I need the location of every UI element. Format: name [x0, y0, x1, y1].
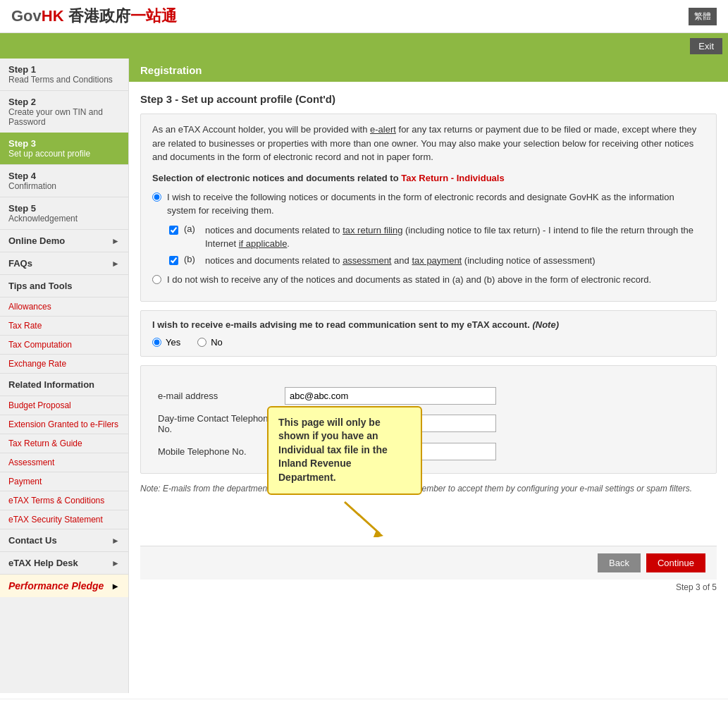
etax-helpdesk-arrow: ► — [111, 558, 120, 568]
step4-num: Step 4 — [8, 171, 120, 181]
sidebar-etax-helpdesk[interactable]: eTAX Help Desk ► — [0, 551, 128, 574]
content-header: Registration — [129, 59, 728, 82]
tooltip-area: This page will only be shown if you have… — [140, 495, 717, 537]
sidebar-link-extension[interactable]: Extension Granted to e-Filers — [0, 415, 128, 434]
sidebar-link-payment[interactable]: Payment — [0, 472, 128, 491]
sidebar-link-assessment[interactable]: Assessment — [0, 453, 128, 472]
checkbox-a[interactable] — [169, 226, 178, 235]
content-title: Registration — [140, 64, 717, 76]
selection-highlight: Tax Return - Individuals — [401, 173, 504, 183]
sidebar-online-demo[interactable]: Online Demo ► — [0, 229, 128, 252]
no-label[interactable]: No — [197, 337, 223, 348]
sidebar-link-taxrate[interactable]: Tax Rate — [0, 316, 128, 335]
header: GovHK 香港政府一站通 繁體 — [0, 0, 728, 33]
online-demo-arrow: ► — [111, 236, 120, 246]
sidebar-performance-pledge[interactable]: Performance Pledge ► — [0, 574, 128, 597]
sub-option-a: (a) notices and documents related to tax… — [169, 223, 705, 251]
email-field-label: e-mail address — [152, 383, 279, 409]
mobile-field-label: Mobile Telephone No. — [152, 439, 279, 465]
faqs-arrow: ► — [111, 259, 120, 269]
option2-text: I do not wish to receive any of the noti… — [167, 273, 651, 287]
step1-num: Step 1 — [8, 64, 120, 75]
bottom-bar: Back Continue — [140, 546, 717, 580]
main-layout: Step 1 Read Terms and Conditions Step 2 … — [0, 59, 728, 693]
lang-button[interactable]: 繁體 — [689, 8, 717, 25]
email-notice-text: I wish to receive e-mails advising me to… — [152, 319, 705, 330]
step1-label: Read Terms and Conditions — [8, 75, 120, 85]
tooltip-arrow-svg — [338, 495, 394, 537]
logo-chinese: 香港政府一站通 — [68, 6, 177, 27]
email-input[interactable] — [285, 387, 496, 405]
option1-radio[interactable] — [152, 192, 161, 202]
sidebar-link-etax-security[interactable]: eTAX Security Statement — [0, 510, 128, 529]
daytime-field-label: Day-time Contact Telephone No. — [152, 409, 279, 439]
step5-label: Acknowledgement — [8, 214, 120, 223]
sidebar-link-etax-terms[interactable]: eTAX Terms & Conditions — [0, 491, 128, 510]
sub-a-text: notices and documents related to tax ret… — [205, 223, 705, 251]
tooltip-box: This page will only be shown if you have… — [267, 406, 422, 495]
email-row: e-mail address — [152, 383, 705, 409]
exit-button[interactable]: Exit — [690, 38, 722, 54]
email-section-box: I wish to receive e-mails advising me to… — [140, 310, 717, 357]
svg-line-0 — [345, 502, 380, 534]
sub-a-label: (a) — [184, 223, 205, 234]
step-indicator: Step 3 of 5 — [140, 582, 717, 592]
step3-num: Step 3 — [8, 138, 120, 149]
step2-label: Create your own TIN and Password — [8, 107, 120, 127]
tips-tools-label: Tips and Tools — [8, 281, 73, 291]
back-button[interactable]: Back — [598, 553, 641, 572]
sidebar-related-info: Related Information — [0, 373, 128, 396]
etax-helpdesk-label: eTAX Help Desk — [8, 558, 78, 568]
logo-gov: Gov — [11, 7, 42, 25]
sidebar-step1[interactable]: Step 1 Read Terms and Conditions — [0, 59, 128, 90]
sidebar-link-taxreturn[interactable]: Tax Return & Guide — [0, 434, 128, 453]
option1-row: I wish to receive the following notices … — [152, 190, 705, 218]
no-text: No — [211, 337, 223, 348]
sidebar-step5[interactable]: Step 5 Acknowledgement — [0, 197, 128, 229]
sidebar-step4[interactable]: Step 4 Confirmation — [0, 164, 128, 197]
step2-num: Step 2 — [8, 97, 120, 107]
yes-radio[interactable] — [152, 338, 161, 347]
online-demo-label: Online Demo — [8, 235, 65, 246]
sidebar-faqs[interactable]: FAQs ► — [0, 252, 128, 274]
footer: HONG — [0, 699, 728, 705]
related-info-label: Related Information — [8, 379, 94, 390]
selection-header: Selection of electronic notices and docu… — [152, 173, 705, 183]
content-body: Step 3 - Set up account profile (Cont'd)… — [129, 82, 728, 603]
option2-row: I do not wish to receive any of the noti… — [152, 273, 705, 287]
step4-label: Confirmation — [8, 181, 120, 191]
step5-num: Step 5 — [8, 203, 120, 214]
note-text: Note: E-mails from the department are se… — [140, 482, 717, 495]
email-options: Yes No — [152, 337, 705, 348]
intro-section: As an eTAX Account holder, you will be p… — [140, 114, 717, 302]
yes-label[interactable]: Yes — [152, 337, 180, 348]
form-table: e-mail address Day-time Contact Telephon… — [152, 383, 705, 465]
continue-button[interactable]: Continue — [646, 553, 705, 572]
sub-b-text: notices and documents related to assessm… — [205, 254, 596, 268]
sidebar-link-budget[interactable]: Budget Proposal — [0, 396, 128, 415]
contact-us-arrow: ► — [111, 536, 120, 546]
sidebar-tips-tools: Tips and Tools — [0, 274, 128, 297]
sidebar-contact-us[interactable]: Contact Us ► — [0, 529, 128, 551]
mobile-row: Mobile Telephone No. — [152, 439, 705, 465]
sidebar-step3-active[interactable]: Step 3 Set up account profile — [0, 133, 128, 164]
sidebar-link-exchangerate[interactable]: Exchange Rate — [0, 354, 128, 373]
sidebar-link-taxcomputation[interactable]: Tax Computation — [0, 335, 128, 354]
sub-option-b: (b) notices and documents related to ass… — [169, 254, 705, 268]
performance-pledge-arrow: ► — [111, 581, 120, 591]
logo: GovHK 香港政府一站通 — [11, 6, 177, 27]
contact-us-label: Contact Us — [8, 535, 57, 546]
faqs-label: FAQs — [8, 258, 32, 269]
sidebar-step2[interactable]: Step 2 Create your own TIN and Password — [0, 90, 128, 133]
intro-text: As an eTAX Account holder, you will be p… — [152, 123, 705, 164]
navbar: Exit — [0, 33, 728, 59]
sub-b-label: (b) — [184, 254, 205, 264]
form-section: e-mail address Day-time Contact Telephon… — [140, 365, 717, 474]
checkbox-b[interactable] — [169, 256, 178, 265]
step3-label: Set up account profile — [8, 149, 120, 159]
no-radio[interactable] — [197, 338, 206, 347]
sidebar: Step 1 Read Terms and Conditions Step 2 … — [0, 59, 129, 693]
sidebar-link-allowances[interactable]: Allowances — [0, 297, 128, 316]
daytime-row: Day-time Contact Telephone No. — [152, 409, 705, 439]
option2-radio[interactable] — [152, 275, 161, 284]
